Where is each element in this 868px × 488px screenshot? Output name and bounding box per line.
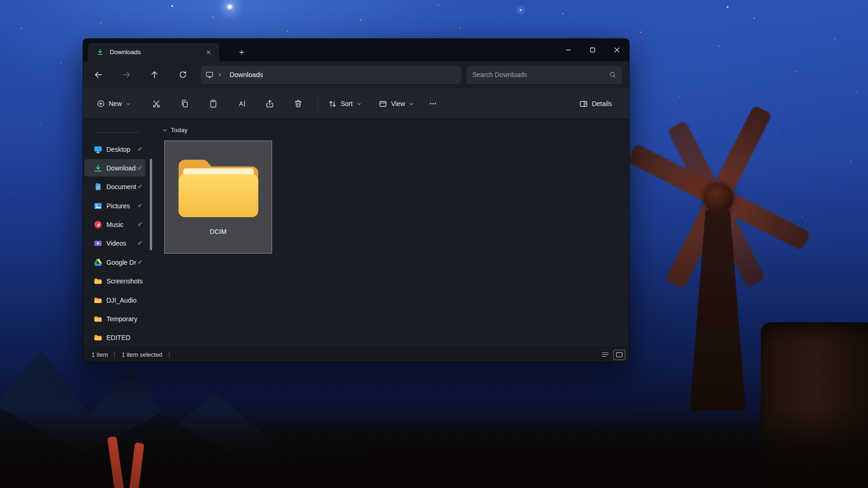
details-pane-label: Details [592,100,612,107]
sort-icon [328,99,337,108]
details-view-button[interactable] [599,350,611,360]
sidebar-item-pictures[interactable]: Pictures [84,197,146,214]
windmill-hub [704,183,734,213]
google-drive-icon [94,258,102,267]
minimize-button[interactable] [556,39,581,61]
folder-icon [94,315,102,323]
sidebar-item-downloads[interactable]: Downloads [84,159,146,177]
documents-icon [94,183,102,191]
sidebar-item-label: Temporary [106,315,143,323]
details-pane-icon [579,99,588,108]
forward-button[interactable] [117,65,136,84]
more-options-button[interactable] [424,95,442,112]
starfield [0,0,1,1]
sidebar-scrollbar[interactable] [150,159,152,250]
statusbar-divider [169,352,169,358]
file-item-dcim[interactable]: DCIM [164,141,272,254]
pin-icon [136,221,143,228]
command-toolbar: New [83,88,629,119]
pictures-icon [94,202,102,210]
view-button-label: View [391,100,405,107]
sidebar-item-label: Music [106,221,136,228]
tab-close-icon[interactable] [203,46,215,58]
folder-icon [175,153,262,224]
plus-circle-icon [97,99,105,108]
sidebar-item-dji-audio[interactable]: DJI_Audio [84,291,146,309]
paste-button[interactable] [204,95,223,112]
sidebar-item-screenshots[interactable]: Screenshots [84,273,146,290]
search-input[interactable] [472,71,609,78]
sidebar-item-label: Screenshots [106,277,143,285]
sidebar-item-label: DJI_Audio [106,297,143,304]
breadcrumb-chevron-icon[interactable] [217,71,223,78]
sidebar-item-label: Videos [106,240,136,247]
explorer-tab-downloads[interactable]: Downloads [88,43,219,61]
sidebar-item-desktop[interactable]: Desktop [84,141,146,158]
desktop-icon [94,145,102,154]
pin-icon [136,259,143,266]
group-header-today[interactable]: Today [162,127,188,134]
up-button[interactable] [145,65,164,84]
back-button[interactable] [89,65,108,84]
sidebar-item-label: Google Drive [106,259,136,266]
sidebar-item-label: Desktop [106,146,136,153]
close-button[interactable] [605,39,629,61]
address-bar[interactable]: Downloads [201,66,461,84]
download-tab-icon [96,48,104,56]
sidebar-item-label: Documents [106,183,136,191]
sidebar-item-documents[interactable]: Documents [84,178,146,196]
chevron-down-icon[interactable] [162,127,168,133]
item-count: 1 item [91,351,108,358]
window-controls [556,39,629,61]
copy-button[interactable] [175,95,194,112]
tab-title: Downloads [110,49,203,56]
folder-icon [94,333,102,342]
search-box [467,66,622,84]
desktop: { "window": { "tab_title": "Downloads" }… [0,0,868,488]
rename-button[interactable] [232,95,251,112]
sidebar-item-label: Pictures [106,202,136,210]
folder-icon [94,296,102,304]
maximize-button[interactable] [581,39,605,61]
pin-icon [136,146,143,153]
sidebar-item-edited[interactable]: EDITED [84,329,146,347]
statusbar-divider [114,352,115,358]
status-bar: 1 item 1 item selected [83,347,629,362]
navigation-bar: Downloads [83,61,629,88]
new-tab-button[interactable] [235,46,248,59]
pin-icon [136,203,143,209]
navigation-pane: Desktop Downloads [83,119,155,347]
sidebar-item-videos[interactable]: Videos [84,235,146,252]
downloads-icon [94,164,102,172]
details-pane-button[interactable]: Details [574,95,617,112]
thumbnail-view-button[interactable] [613,350,625,360]
breadcrumb-location[interactable]: Downloads [230,71,263,78]
sidebar-item-google-drive[interactable]: Google Drive [84,254,146,271]
view-icon [378,99,387,108]
view-button[interactable]: View [373,95,419,112]
file-explorer-window: Downloads [83,39,629,362]
this-pc-icon [205,71,214,79]
explorer-content: Desktop Downloads [83,119,629,347]
star [520,9,521,11]
pin-icon [136,240,143,247]
search-icon[interactable] [609,71,616,78]
file-name: DCIM [210,228,227,235]
sort-button[interactable]: Sort [323,95,367,112]
sidebar-item-music[interactable]: Music [84,216,146,233]
cut-button[interactable] [147,95,166,112]
sidebar-item-temporary[interactable]: Temporary [84,311,146,328]
sidebar-item-label: EDITED [106,334,143,341]
folder-icon [94,277,102,285]
bright-star [228,5,231,8]
new-button-label: New [109,100,122,107]
group-header-label: Today [171,127,188,134]
share-button[interactable] [260,95,279,112]
file-list-pane: Today DCIM [155,119,629,347]
new-button[interactable]: New [91,95,136,112]
sidebar-item-label: Downloads [106,164,136,172]
refresh-button[interactable] [174,65,192,84]
videos-icon [94,239,102,248]
delete-button[interactable] [289,95,308,112]
chevron-down-icon [409,101,414,106]
